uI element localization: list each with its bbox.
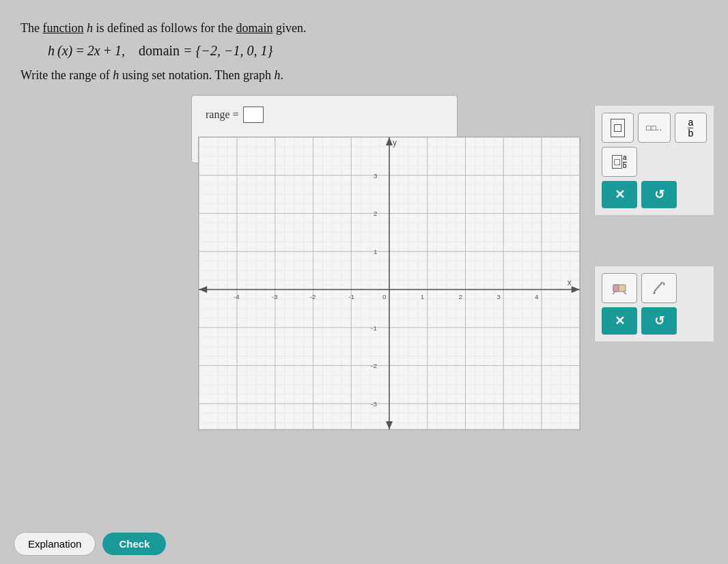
range-word-underline: range xyxy=(69,68,96,82)
set-notation-btn[interactable]: □ xyxy=(602,113,634,143)
undo-button[interactable]: ↺ xyxy=(641,181,677,208)
svg-text:0: 0 xyxy=(382,293,387,300)
svg-text:-2: -2 xyxy=(371,362,377,369)
svg-marker-115 xyxy=(662,282,665,286)
check-button[interactable]: Check xyxy=(102,533,166,555)
svg-text:2: 2 xyxy=(374,210,378,217)
function-word: function xyxy=(42,21,83,35)
svg-text:1: 1 xyxy=(421,293,425,300)
svg-line-114 xyxy=(654,282,662,292)
svg-text:3: 3 xyxy=(374,172,378,180)
graph-tool-row-2: ✕ ↺ xyxy=(602,307,707,335)
toolbar-panel-top: □ □□.. a b □ a b xyxy=(594,106,714,215)
svg-text:2: 2 xyxy=(459,293,463,300)
svg-text:x: x xyxy=(568,278,572,287)
pencil-button[interactable] xyxy=(641,273,677,303)
fraction-icon: a b xyxy=(688,117,693,138)
svg-line-113 xyxy=(624,292,626,294)
x-icon: ✕ xyxy=(615,187,625,202)
svg-text:-2: -2 xyxy=(310,293,316,300)
coordinate-grid: y x 0 1 2 3 4 -1 -2 -3 -4 1 xyxy=(199,137,580,429)
clear-button[interactable]: ✕ xyxy=(602,181,637,208)
mixed-number-icon: □ a b xyxy=(612,154,626,169)
svg-text:-3: -3 xyxy=(272,293,278,300)
domain-label: domain xyxy=(139,43,180,58)
toolbar-panel-bottom: ✕ ↺ xyxy=(594,266,714,341)
svg-text:-3: -3 xyxy=(371,400,377,408)
graph-clear-button[interactable]: ✕ xyxy=(602,307,637,335)
pencil-icon xyxy=(650,278,668,299)
graph-x-icon: ✕ xyxy=(615,313,625,328)
dots-btn[interactable]: □□.. xyxy=(638,113,670,143)
svg-text:-1: -1 xyxy=(371,324,377,332)
svg-text:-1: -1 xyxy=(348,293,354,300)
eraser-button[interactable] xyxy=(602,273,637,303)
graph-tool-row-1 xyxy=(602,273,707,303)
toolbar-row-3: ✕ ↺ xyxy=(602,181,707,208)
set-notation-icon: □ xyxy=(611,119,625,137)
graph-canvas: y x 0 1 2 3 4 -1 -2 -3 -4 1 xyxy=(199,137,580,429)
svg-marker-116 xyxy=(653,292,656,294)
graph-undo-button[interactable]: ↺ xyxy=(641,307,677,335)
graph-undo-icon: ↺ xyxy=(654,313,664,328)
explanation-button[interactable]: Explanation xyxy=(14,532,96,556)
range-input-field[interactable] xyxy=(243,107,264,123)
range-label-text: range = xyxy=(206,109,239,121)
toolbar-row-1: □ □□.. a b xyxy=(602,113,707,143)
svg-text:4: 4 xyxy=(535,293,539,300)
main-container: The function h is defined as follows for… xyxy=(0,0,728,564)
range-label-row: range = xyxy=(206,107,443,123)
mixed-number-btn[interactable]: □ a b xyxy=(602,147,637,177)
problem-statement: The function h is defined as follows for… xyxy=(20,19,574,38)
svg-text:-4: -4 xyxy=(234,293,240,300)
domain-word: domain xyxy=(236,21,272,35)
write-instruction: Write the range of h using set notation.… xyxy=(20,68,574,83)
content-area: The function h is defined as follows for… xyxy=(0,0,594,564)
svg-rect-111 xyxy=(613,285,619,292)
undo-icon: ↺ xyxy=(654,187,664,202)
set-notation-word: set notation xyxy=(152,68,209,82)
svg-text:y: y xyxy=(393,138,397,147)
svg-text:3: 3 xyxy=(496,293,501,300)
svg-text:1: 1 xyxy=(374,248,378,255)
graph-area[interactable]: y x 0 1 2 3 4 -1 -2 -3 -4 1 xyxy=(198,137,580,430)
toolbar-row-2: □ a b xyxy=(602,147,707,177)
svg-line-112 xyxy=(613,292,615,294)
dots-icon: □□.. xyxy=(646,124,662,132)
equation-line: h (x) = 2x + 1, domain = {−2, −1, 0, 1} xyxy=(48,43,574,59)
fraction-btn[interactable]: a b xyxy=(675,113,707,143)
bottom-bar: Explanation Check xyxy=(0,523,594,564)
eraser-icon xyxy=(611,278,628,299)
